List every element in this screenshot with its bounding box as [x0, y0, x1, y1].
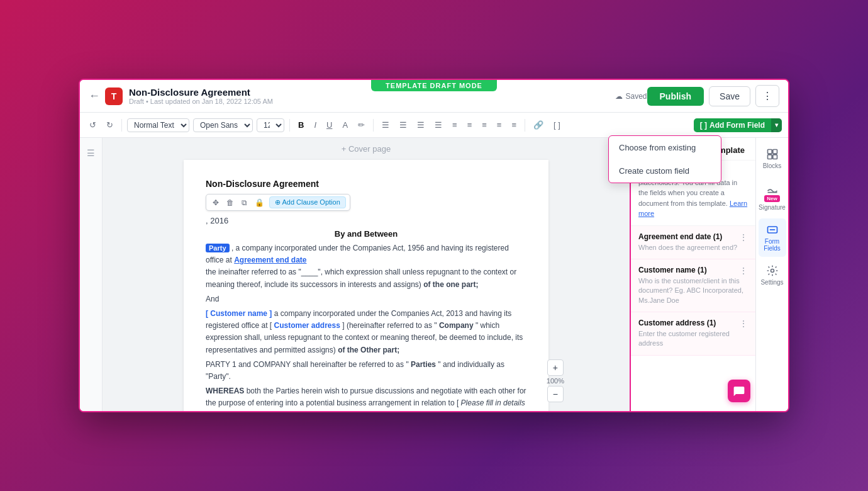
para-party: Party , a company incorporated under the… [206, 242, 526, 291]
indent-dec-button[interactable]: ≡ [494, 118, 505, 132]
save-button[interactable]: Save [709, 86, 750, 106]
document-area: + Cover page Non-Disclosure Agreement ✥ … [103, 138, 630, 411]
signature-new-badge: New [764, 195, 779, 202]
toolbar-divider-3 [373, 119, 374, 132]
of-other-part-bold: of the Other part; [338, 346, 399, 354]
field-card-desc-1: Who is the customer/client in this docum… [638, 276, 748, 305]
font-size-select[interactable]: 12 [257, 118, 284, 132]
add-field-label: Add Form Field [709, 121, 765, 130]
saved-indicator: ☁ Saved [615, 92, 647, 101]
clause-toolbar: ✥ 🗑 ⧉ 🔒 ⊕ Add Clause Option [206, 194, 350, 211]
back-button[interactable]: ← [89, 89, 100, 103]
add-form-field-button[interactable]: [ ] Add Form Field [694, 118, 771, 132]
settings-icon [766, 264, 779, 277]
icon-bar-settings[interactable]: Settings [759, 259, 786, 291]
of-one-part-text: of the one part; [423, 280, 478, 289]
clause-move-button[interactable]: ✥ [210, 197, 221, 208]
svg-rect-2 [767, 155, 772, 159]
document-page: Non-Disclosure Agreement ✥ 🗑 ⧉ 🔒 ⊕ Add C… [184, 160, 548, 411]
align-justify-button[interactable]: ☰ [431, 118, 445, 132]
form-fields-label: Form Fields [761, 238, 784, 252]
draft-label: Draft [129, 98, 144, 105]
publish-button[interactable]: Publish [647, 87, 704, 106]
para-whereas: WHEREAS both the Parties herein wish to … [206, 385, 526, 411]
left-gutter: ☰ [80, 138, 103, 411]
customer-name-bracket[interactable]: [ Customer name ] [206, 309, 272, 318]
clause-duplicate-button[interactable]: ⧉ [239, 197, 250, 208]
agreement-end-date-link[interactable]: Agreement end date [234, 256, 306, 264]
bold-button[interactable]: B [295, 118, 307, 132]
zoom-controls: + 100% − [547, 359, 564, 402]
header-title-area: Non-Disclosure Agreement Draft • Last up… [129, 87, 609, 105]
choose-from-existing-item[interactable]: Choose from existing [609, 138, 721, 159]
blocks-icon [766, 148, 779, 161]
field-card-title-1: Customer name (1) [638, 266, 707, 274]
settings-label: Settings [760, 279, 783, 286]
customer-address-bracket[interactable]: Customer address [274, 321, 340, 330]
link-button[interactable]: 🔗 [530, 118, 547, 132]
add-form-field-dropdown-button[interactable]: ▾ [771, 118, 782, 132]
add-field-dropdown-menu: Choose from existing Create custom field [608, 138, 721, 183]
cover-page-bar[interactable]: + Cover page [103, 138, 630, 160]
align-left-button[interactable]: ☰ [379, 118, 392, 132]
para2b-text: ] (hereinafter referred to as " [342, 321, 437, 330]
field-card-more-button-0[interactable]: ⋮ [739, 232, 748, 242]
indent-inc-button[interactable]: ≡ [508, 118, 520, 132]
company-name-bold: Company [439, 321, 474, 330]
updated-label: Last updated on Jan 18, 2022 12:05 AM [150, 98, 273, 105]
icon-bar-blocks[interactable]: Blocks [759, 143, 786, 174]
dot-separator: • [146, 98, 150, 105]
toolbar-divider-1 [121, 119, 122, 132]
table-of-contents-icon[interactable]: ☰ [84, 145, 97, 161]
align-center-button[interactable]: ☰ [396, 118, 410, 132]
main-area: ☰ + Cover page Non-Disclosure Agreement … [80, 138, 788, 411]
date-text: , 2016 [206, 216, 228, 225]
zoom-in-button[interactable]: + [547, 359, 564, 376]
more-options-button[interactable]: ⋮ [755, 85, 779, 107]
party-field-tag[interactable]: Party [206, 244, 230, 252]
font-color-button[interactable]: A [339, 118, 351, 132]
check-list-button[interactable]: ≡ [479, 118, 490, 132]
doc-subtitle: Draft • Last updated on Jan 18, 2022 12:… [129, 98, 609, 105]
para-parties: PARTY 1 and COMPANY shall hereinafter be… [206, 359, 526, 383]
create-custom-field-item[interactable]: Create custom field [609, 159, 721, 183]
align-right-button[interactable]: ☰ [414, 118, 428, 132]
highlight-button[interactable]: ✏ [355, 118, 368, 132]
parties-bold-text: Parties [411, 360, 436, 369]
clause-delete-button[interactable]: 🗑 [224, 197, 236, 208]
code-button[interactable]: [ ] [550, 118, 564, 132]
section-title-by-and-between: By and Between [206, 229, 526, 239]
icon-bar-signature[interactable]: New Signature [759, 177, 786, 216]
field-card-more-button-1[interactable]: ⋮ [739, 266, 748, 276]
ordered-list-button[interactable]: ≡ [449, 118, 460, 132]
field-card-customer-address: Customer address (1) ⋮ Enter the custome… [631, 312, 755, 356]
font-family-select[interactable]: Open Sans [193, 118, 253, 132]
zoom-percent: 100% [547, 377, 564, 385]
field-card-title-2: Customer address (1) [638, 319, 716, 327]
doc-title: Non-Disclosure Agreement [129, 87, 609, 98]
form-fields-icon [766, 223, 779, 236]
zoom-out-button[interactable]: − [547, 386, 564, 402]
chat-fab-button[interactable] [728, 380, 750, 402]
icon-bar-form-fields[interactable]: Form Fields [759, 218, 786, 257]
template-draft-banner: TEMPLATE DRAFT MODE [371, 80, 497, 91]
add-clause-option-button[interactable]: ⊕ Add Clause Option [269, 196, 346, 208]
cloud-icon: ☁ [615, 92, 623, 101]
redo-button[interactable]: ↻ [103, 118, 116, 132]
field-card-customer-name: Customer name (1) ⋮ Who is the customer/… [631, 259, 755, 312]
toolbar-divider-4 [525, 119, 525, 132]
para-and: And [206, 293, 526, 305]
doc-date-line: , 2016 [206, 216, 526, 225]
field-card-more-button-2[interactable]: ⋮ [739, 319, 748, 329]
header-actions: Publish Save ⋮ [647, 85, 779, 107]
svg-rect-3 [772, 155, 777, 159]
add-field-icon: [ ] [700, 121, 707, 130]
bullet-list-button[interactable]: ≡ [464, 118, 476, 132]
para-customer: [ Customer name ] a company incorporated… [206, 308, 526, 356]
field-card-agreement-end-date: Agreement end date (1) ⋮ When does the a… [631, 226, 755, 259]
italic-button[interactable]: I [311, 118, 320, 132]
clause-lock-button[interactable]: 🔒 [252, 197, 267, 208]
text-style-select[interactable]: Normal Text [127, 118, 189, 132]
underline-button[interactable]: U [323, 118, 335, 132]
undo-button[interactable]: ↺ [86, 118, 99, 132]
